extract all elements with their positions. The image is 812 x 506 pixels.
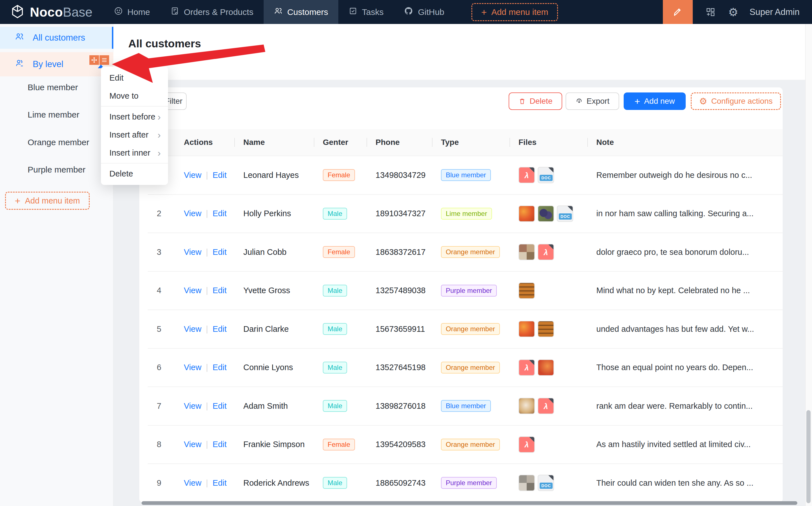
pdf-file-icon[interactable]: λ: [538, 398, 554, 414]
chevron-right-icon: ›: [158, 130, 161, 140]
menu-item-insert-inner[interactable]: Insert inner ›: [101, 144, 168, 162]
plugin-manager-icon[interactable]: [705, 7, 716, 17]
pdf-file-icon[interactable]: λ: [538, 244, 554, 260]
item-menu-button[interactable]: [99, 55, 109, 65]
nav-item-label: Customers: [287, 7, 328, 17]
gender-tag: Male: [323, 362, 347, 373]
sidebar-item-orange-member[interactable]: Orange member: [28, 136, 89, 149]
row-index: 2: [148, 209, 175, 218]
edit-link[interactable]: Edit: [213, 440, 227, 449]
sidebar-item-label: All customers: [33, 33, 85, 43]
menu-item-delete[interactable]: Delete: [101, 165, 168, 183]
view-link[interactable]: View: [184, 401, 201, 410]
edit-link[interactable]: Edit: [213, 363, 227, 372]
view-link[interactable]: View: [184, 248, 201, 257]
nav-item-home[interactable]: Home: [104, 0, 160, 24]
nocobase-logo[interactable]: NocoBase: [0, 0, 104, 24]
image-thumbnail-latte[interactable]: [518, 398, 535, 414]
export-button[interactable]: Export: [566, 92, 619, 110]
context-menu: Edit Move to Insert before › Insert afte…: [101, 67, 168, 185]
acrobat-glyph: λ: [524, 441, 529, 449]
image-thumbnail-collage[interactable]: [518, 244, 535, 260]
sidebar-item-blue-member[interactable]: Blue member: [28, 81, 78, 94]
files-cell: λ: [509, 244, 587, 260]
edit-link[interactable]: Edit: [213, 286, 227, 295]
edit-link[interactable]: Edit: [213, 401, 227, 410]
nav-add-menu-item-button[interactable]: + Add menu item: [471, 3, 558, 21]
nav-item-customers[interactable]: Customers: [264, 0, 338, 24]
settings-gear-icon[interactable]: ⚙: [728, 6, 738, 18]
view-link[interactable]: View: [184, 363, 201, 372]
drag-move-button[interactable]: [89, 55, 99, 65]
top-navbar: NocoBase Home Orders: [0, 0, 812, 24]
gender-cell: Female: [314, 246, 367, 258]
image-thumbnail-oranges[interactable]: [518, 205, 535, 222]
row-index: 5: [148, 325, 175, 334]
customer-name: Roderick Andrews: [234, 478, 314, 488]
nav-item-label: GitHub: [418, 7, 444, 17]
doc-file-icon[interactable]: DOC: [538, 475, 554, 491]
image-thumbnail-trays[interactable]: [538, 321, 554, 337]
edit-link[interactable]: Edit: [213, 209, 227, 218]
page-header: All customers: [113, 24, 812, 80]
trash-icon: [518, 97, 526, 105]
view-link[interactable]: View: [184, 171, 201, 180]
edit-link[interactable]: Edit: [213, 171, 227, 180]
nav-item-orders-products[interactable]: Orders & Products: [160, 0, 264, 24]
add-new-button[interactable]: + Add new: [624, 92, 686, 110]
customer-name: Julian Cobb: [234, 248, 314, 257]
view-link[interactable]: View: [184, 478, 201, 487]
customer-name: Frankie Simpson: [234, 440, 314, 449]
gender-cell: Male: [314, 208, 367, 220]
phone-number: 13527645198: [367, 363, 432, 372]
menu-item-edit[interactable]: Edit: [101, 69, 168, 87]
view-link[interactable]: View: [184, 440, 201, 449]
link-separator: |: [206, 286, 208, 295]
sidebar-item-lime-member[interactable]: Lime member: [28, 108, 79, 121]
note-text: As am hastily invited settled at limited…: [587, 440, 757, 449]
home-icon: [114, 6, 123, 17]
menu-item-insert-before[interactable]: Insert before ›: [101, 108, 168, 126]
type-cell: Orange member: [432, 439, 509, 450]
header-phone: Phone: [367, 138, 432, 147]
note-text: dolor graeco pro, te sea bonorum doloru.…: [587, 248, 757, 257]
doc-file-icon[interactable]: DOC: [538, 167, 554, 183]
sidebar-item-purple-member[interactable]: Purple member: [28, 164, 85, 176]
link-separator: |: [206, 440, 208, 449]
edit-link[interactable]: Edit: [213, 325, 227, 333]
user-menu[interactable]: Super Admin: [750, 7, 800, 17]
sidebar-item-all-customers[interactable]: All customers: [0, 27, 113, 49]
horizontal-scrollbar-thumb[interactable]: [142, 501, 797, 505]
folded-corner-icon: [529, 167, 535, 173]
image-thumbnail-trays[interactable]: [518, 282, 535, 299]
image-thumbnail-market[interactable]: [518, 475, 535, 491]
pdf-file-icon[interactable]: λ: [518, 359, 535, 376]
nav-item-tasks[interactable]: Tasks: [338, 0, 394, 24]
member-type-tag: Orange member: [441, 323, 500, 335]
ui-editor-button[interactable]: [663, 0, 693, 24]
edit-link[interactable]: Edit: [213, 248, 227, 257]
menu-item-move-to[interactable]: Move to: [101, 87, 168, 105]
view-link[interactable]: View: [184, 325, 201, 333]
view-link[interactable]: View: [184, 286, 201, 295]
link-separator: |: [206, 171, 208, 180]
delete-button[interactable]: Delete: [509, 92, 562, 110]
pdf-file-icon[interactable]: λ: [518, 167, 535, 183]
view-link[interactable]: View: [184, 209, 201, 218]
pdf-file-icon[interactable]: λ: [518, 436, 535, 453]
edit-link[interactable]: Edit: [213, 478, 227, 487]
sidebar-add-menu-item-button[interactable]: + Add menu item: [5, 192, 90, 210]
gender-tag: Male: [323, 323, 347, 335]
menu-item-insert-after[interactable]: Insert after ›: [101, 126, 168, 144]
image-thumbnail-oranges[interactable]: [518, 321, 535, 337]
image-thumbnail-grapes[interactable]: [538, 205, 554, 222]
nav-item-github[interactable]: GitHub: [394, 0, 454, 24]
image-thumbnail-pomegranate[interactable]: [538, 359, 554, 376]
doc-badge: DOC: [540, 483, 553, 489]
doc-file-icon[interactable]: DOC: [557, 205, 573, 222]
vertical-scrollbar-thumb[interactable]: [806, 410, 811, 503]
configure-actions-button[interactable]: ⚙ Configure actions: [691, 92, 781, 110]
export-icon: [575, 97, 583, 105]
sidebar-sub-label: Purple member: [28, 165, 85, 174]
acrobat-glyph: λ: [524, 364, 529, 372]
